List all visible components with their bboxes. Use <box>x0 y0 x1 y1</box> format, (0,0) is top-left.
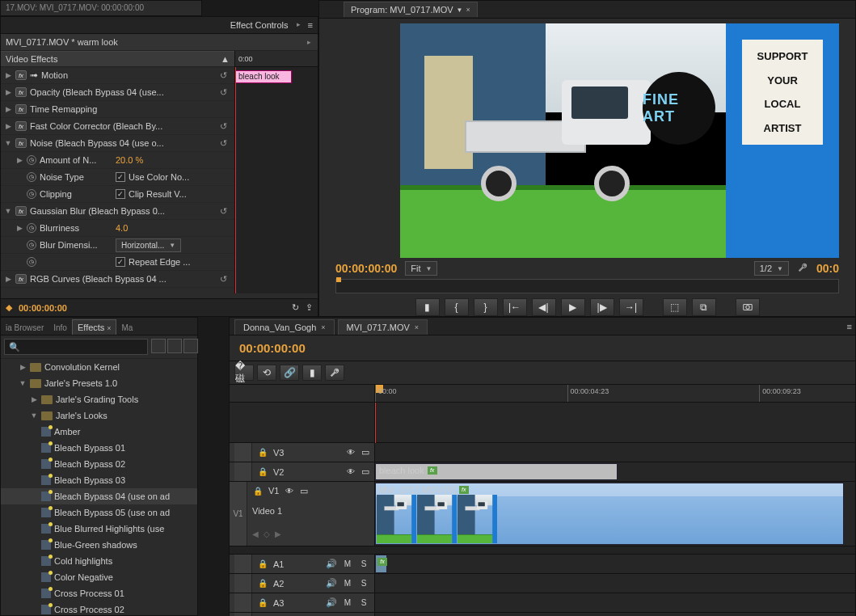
go-in-button[interactable]: { <box>445 298 469 316</box>
fx-toggle-icon[interactable]: fx <box>15 274 27 284</box>
footer-timecode[interactable]: 00:00:00:00 <box>19 303 67 313</box>
source-patch[interactable] <box>234 555 252 573</box>
sync-lock-icon[interactable]: ▭ <box>361 447 369 458</box>
panel-menu-caret-icon[interactable]: ▸ <box>295 20 303 30</box>
tree-preset[interactable]: Color Negative <box>1 569 197 585</box>
effect-param-row[interactable]: ◷Noise Type✓Use Color No... <box>1 169 234 186</box>
audio-clip[interactable]: fx <box>375 555 387 573</box>
export-icon[interactable]: ⇪ <box>306 302 313 313</box>
source-patch[interactable] <box>234 462 252 481</box>
twirl-icon[interactable]: ▼ <box>19 379 27 387</box>
twirl-icon[interactable]: ▼ <box>30 411 38 420</box>
track-header-v2[interactable]: 🔒 V2 👁 ▭ <box>230 462 375 481</box>
tree-preset[interactable]: Cross Process 01 <box>1 585 197 601</box>
track-lane-v2[interactable]: bleach lookfx <box>375 462 855 481</box>
fx-badge-filter-3[interactable] <box>183 339 198 353</box>
reset-icon[interactable]: ↺ <box>220 87 231 98</box>
tree-preset[interactable]: Bleach Bypass 02 <box>1 456 197 472</box>
fx-badge-filter-2[interactable] <box>167 339 182 353</box>
source-patch[interactable] <box>234 593 252 612</box>
fx-toggle-icon[interactable]: fx <box>15 87 27 97</box>
export-frame-button[interactable] <box>736 298 760 316</box>
fx-toggle-icon[interactable]: fx <box>15 70 27 80</box>
param-dropdown[interactable]: Horizontal... ▼ <box>116 238 181 252</box>
eye-icon[interactable]: 👁 <box>284 485 295 496</box>
sync-lock-icon[interactable]: ▭ <box>361 466 369 477</box>
speaker-icon[interactable]: 🔊 <box>326 597 337 608</box>
sequence-tab[interactable]: MVI_0717.MOV × <box>338 319 428 335</box>
tree-folder[interactable]: ▶Jarle's Grading Tools <box>1 391 197 407</box>
timeline-ruler[interactable]: 00:00 00:00:04:23 00:00:09:23 <box>375 385 855 403</box>
keyframe-nav[interactable]: ◀ ◇ ▶ <box>247 523 374 546</box>
tree-folder[interactable]: ▼Jarle's Presets 1.0 <box>1 375 197 391</box>
close-icon[interactable]: × <box>107 324 111 332</box>
track-header-a3[interactable]: 🔒 A3 🔊 M S <box>230 593 375 612</box>
effect-row[interactable]: ▶fx➟Motion↺ <box>1 67 234 84</box>
tab-effects[interactable]: Effects × <box>72 319 116 335</box>
effect-playhead[interactable] <box>235 67 236 293</box>
link-button[interactable]: 🔗 <box>280 365 299 381</box>
effect-param-row[interactable]: ◷Clipping✓Clip Result V... <box>1 186 234 203</box>
solo-button[interactable]: S <box>358 597 369 609</box>
panel-menu-icon[interactable]: ≡ <box>308 20 313 30</box>
effect-timeline-ruler[interactable]: 0:00 <box>235 51 318 67</box>
effect-row[interactable]: ▶fxTime Remapping <box>1 101 234 118</box>
effect-param-row[interactable]: ▶◷Blurriness4.0 <box>1 220 234 237</box>
param-value[interactable]: 4.0 <box>116 223 128 233</box>
twirl-icon[interactable]: ▼ <box>4 139 12 147</box>
fx-toggle-icon[interactable]: fx <box>15 206 27 216</box>
panel-menu-icon[interactable]: ≡ <box>844 319 855 335</box>
extract-button[interactable]: ⧉ <box>692 298 716 316</box>
effect-row[interactable]: ▶fxRGB Curves (Bleach Bypass 04 ...↺ <box>1 271 234 288</box>
stopwatch-icon[interactable]: ◷ <box>27 223 36 233</box>
track-lane-a1[interactable]: fx <box>375 555 855 573</box>
keyframe-diamond-icon[interactable]: ◆ <box>6 302 12 313</box>
stopwatch-icon[interactable]: ◷ <box>27 172 36 182</box>
expand-caret-icon[interactable]: ▸ <box>305 38 313 46</box>
effect-param-row[interactable]: ◷✓Repeat Edge ... <box>1 254 234 271</box>
twirl-icon[interactable]: ▶ <box>15 224 23 232</box>
program-timecode[interactable]: 00:00:00:00 <box>335 262 397 275</box>
loop-icon[interactable]: ↻ <box>292 302 299 313</box>
lock-icon[interactable]: 🔒 <box>257 597 268 609</box>
tree-preset[interactable]: Bleach Bypass 05 (use on ad <box>1 504 197 521</box>
adjustment-layer-clip[interactable]: bleach lookfx <box>375 463 618 480</box>
twirl-icon[interactable]: ▼ <box>4 207 12 215</box>
twirl-icon[interactable]: ▶ <box>30 395 38 403</box>
lock-icon[interactable]: 🔒 <box>257 578 268 589</box>
twirl-icon[interactable]: ▶ <box>19 363 27 371</box>
video-effects-header[interactable]: Video Effects ▲ <box>1 51 234 67</box>
collapse-icon[interactable]: ▲ <box>221 54 230 64</box>
tab-media-browser[interactable]: ia Browser <box>1 321 48 335</box>
tree-preset[interactable]: Blue-Green shadows <box>1 537 197 553</box>
speaker-icon[interactable]: 🔊 <box>326 559 337 569</box>
tree-preset[interactable]: Cold highlights <box>1 553 197 569</box>
reset-icon[interactable]: ↺ <box>220 138 231 149</box>
track-header-master[interactable]: 🔒 Master 0.0 ▶◀ <box>230 613 375 616</box>
tree-preset[interactable]: Bleach Bypass 03 <box>1 472 197 488</box>
reset-icon[interactable]: ↺ <box>220 274 231 285</box>
track-lane-v3[interactable] <box>375 443 855 462</box>
checkbox[interactable]: ✓ <box>116 172 125 182</box>
lock-icon[interactable]: 🔒 <box>257 447 268 458</box>
reset-icon[interactable]: ↺ <box>220 121 231 132</box>
twirl-icon[interactable]: ▶ <box>4 275 12 283</box>
tree-preset[interactable]: Amber <box>1 424 197 440</box>
sequence-tab[interactable]: Donna_Van_Gogh × <box>234 319 335 335</box>
effect-row[interactable]: ▶fxFast Color Corrector (Bleach By...↺ <box>1 118 234 135</box>
eye-icon[interactable]: 👁 <box>345 466 356 478</box>
timeline-settings-button[interactable] <box>325 365 344 381</box>
tree-folder[interactable]: ▶Convolution Kernel <box>1 359 197 375</box>
mark-in-button[interactable]: ▮ <box>415 298 440 316</box>
eye-icon[interactable]: 👁 <box>345 447 356 458</box>
mute-button[interactable]: M <box>342 578 353 589</box>
fx-toggle-icon[interactable]: fx <box>15 104 27 114</box>
lock-icon[interactable]: 🔒 <box>252 485 264 496</box>
fx-badge-filter-1[interactable] <box>151 339 166 353</box>
reset-icon[interactable]: ↺ <box>220 70 231 81</box>
effect-param-row[interactable]: ◷Blur Dimensi...Horizontal... ▼ <box>1 237 234 254</box>
step-forward-button[interactable]: |▶ <box>590 298 614 316</box>
source-patch[interactable] <box>234 613 252 616</box>
go-out-button[interactable]: } <box>474 298 498 316</box>
track-header-v3[interactable]: 🔒 V3 👁 ▭ <box>230 443 375 462</box>
